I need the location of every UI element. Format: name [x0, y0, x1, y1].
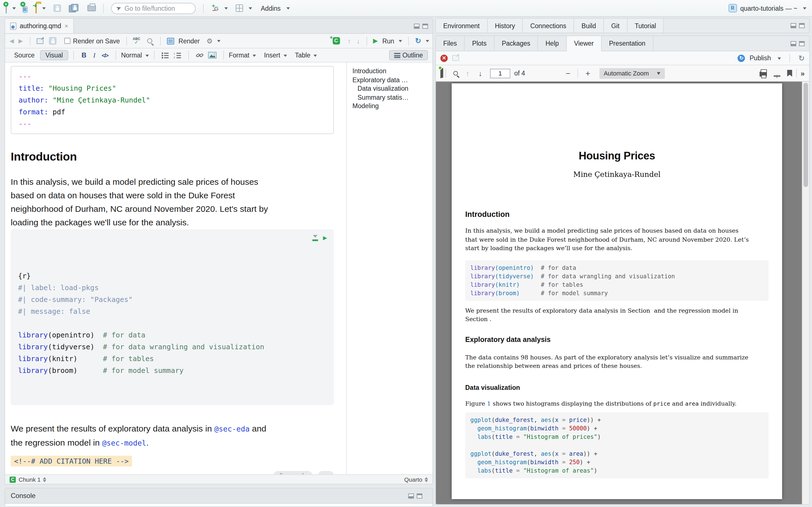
pdf-scrollbar[interactable] [802, 82, 809, 504]
tab-plots[interactable]: Plots [465, 36, 495, 51]
popout-editor-icon[interactable] [37, 38, 44, 44]
open-file-dropdown-caret[interactable] [42, 7, 45, 11]
chunk-position-label[interactable]: Chunk 1 [18, 476, 41, 483]
format-menu-caret[interactable] [253, 54, 256, 58]
stop-icon[interactable]: ✕ [441, 54, 448, 62]
render-icon[interactable] [167, 38, 174, 44]
run-icon[interactable]: ▶ [373, 38, 378, 44]
pdf-scrollbar-thumb[interactable] [804, 83, 808, 187]
outline-item-introduction[interactable]: Introduction [352, 67, 433, 76]
paragraph-style-caret[interactable] [146, 54, 149, 58]
run-all-chunks-above-icon[interactable] [312, 235, 318, 241]
panes-layout-button[interactable] [236, 4, 243, 12]
publish-button[interactable]: Publish [750, 55, 771, 61]
save-document-button[interactable] [49, 37, 57, 45]
insert-menu[interactable]: Insert [264, 52, 280, 59]
tab-viewer[interactable]: Viewer [567, 36, 602, 51]
addins-button[interactable]: Addins [261, 5, 281, 11]
pdf-print-icon[interactable] [760, 71, 767, 76]
r-code-chunk[interactable]: ▶ {r}#| label: load-pkgs#| code-summary:… [11, 229, 334, 405]
tab-authoring-qmd[interactable]: authoring.qmd × [5, 18, 74, 33]
tab-presentation[interactable]: Presentation [602, 36, 653, 51]
source-mode-button[interactable]: Source [10, 51, 39, 60]
tab-environment[interactable]: Environment [436, 18, 488, 33]
pdf-sidebar-toggle[interactable] [441, 68, 442, 78]
tab-build[interactable]: Build [574, 18, 604, 33]
spellcheck-icon[interactable]: ABC✓ [133, 37, 140, 45]
pdf-next-page-icon[interactable]: ↓ [478, 69, 482, 77]
back-icon[interactable]: ◀ [8, 38, 15, 44]
go-to-next-chunk-icon[interactable]: ↓ [357, 38, 360, 44]
zoom-in-icon[interactable]: + [582, 69, 594, 77]
zoom-out-icon[interactable]: − [562, 69, 573, 77]
maximize-pane-icon[interactable] [799, 41, 805, 46]
minimize-pane-icon[interactable] [791, 41, 796, 46]
render-settings-gear-icon[interactable]: ⚙ [207, 38, 213, 44]
chunk-code[interactable]: {r}#| label: load-pkgs#| code-summary: "… [18, 270, 326, 376]
paragraph-style-select[interactable]: Normal [121, 52, 142, 59]
heading-introduction[interactable]: Introduction [11, 150, 343, 163]
outline-item-summary-statistics[interactable]: Summary statis… [352, 93, 433, 102]
outline-item-eda[interactable]: Exploratory data … [352, 76, 433, 84]
tab-tutorial[interactable]: Tutorial [627, 18, 664, 33]
refresh-viewer-icon[interactable]: ↻ [799, 54, 805, 62]
new-file-dropdown-caret[interactable] [12, 7, 16, 11]
rerun-caret[interactable] [426, 40, 429, 44]
save-button[interactable] [53, 4, 61, 12]
rerun-icon[interactable]: ↻ [415, 37, 421, 45]
minimize-pane-icon[interactable] [414, 23, 419, 29]
find-replace-icon[interactable] [147, 38, 152, 43]
render-settings-caret[interactable] [217, 40, 220, 44]
maximize-pane-icon[interactable] [417, 493, 422, 498]
maximize-pane-icon[interactable] [799, 23, 805, 28]
format-menu[interactable]: Format [229, 52, 250, 59]
bullet-list-icon[interactable] [161, 52, 169, 59]
tab-packages[interactable]: Packages [495, 36, 538, 51]
outline-item-modeling[interactable]: Modeling [352, 102, 433, 111]
panes-layout-caret[interactable] [248, 7, 252, 11]
run-caret[interactable] [399, 40, 402, 44]
section-more-button[interactable]: ··· [318, 471, 334, 474]
project-menu[interactable]: R quarto-tutorials — ~ [728, 4, 806, 12]
pdf-viewer-area[interactable]: Housing Prices Mine Çetinkaya-Rundel Int… [436, 82, 809, 504]
print-button[interactable] [87, 5, 96, 11]
open-in-browser-icon[interactable] [452, 55, 459, 61]
addins-caret[interactable] [286, 7, 290, 11]
version-control-caret[interactable] [224, 7, 227, 11]
pdf-bookmark-icon[interactable] [787, 70, 792, 76]
document-type-label[interactable]: Quarto [404, 476, 422, 483]
visual-mode-button[interactable]: Visual [40, 50, 68, 60]
outline-toggle-button[interactable]: Outline [389, 50, 428, 60]
save-all-button[interactable] [68, 4, 78, 12]
pdf-tools-expand-icon[interactable]: » [801, 69, 805, 77]
link-icon[interactable] [196, 52, 204, 59]
section-id-badge[interactable]: #sec-eda [274, 471, 312, 474]
zoom-select[interactable]: Automatic Zoom [599, 68, 665, 78]
minimize-pane-icon[interactable] [408, 493, 414, 498]
code-format-button[interactable]: </> [99, 52, 110, 58]
italic-button[interactable]: I [90, 51, 98, 59]
outline-item-data-visualization[interactable]: Data visualization [352, 84, 433, 93]
render-button[interactable]: Render [179, 38, 200, 44]
pdf-previous-page-icon[interactable]: ↑ [466, 69, 469, 77]
run-button[interactable]: Run [382, 38, 394, 44]
yaml-front-matter[interactable]: ---title: "Housing Prices"author: "Mine … [11, 66, 334, 134]
bold-button[interactable]: B [79, 51, 89, 59]
table-menu[interactable]: Table [295, 52, 310, 59]
open-file-button[interactable] [35, 3, 36, 13]
goto-file-function-box[interactable]: ➤ Go to file/function [111, 3, 195, 14]
pdf-search-icon[interactable] [453, 71, 458, 75]
forward-icon[interactable]: ▶ [17, 38, 24, 44]
chunk-nav-icon[interactable] [43, 475, 46, 484]
run-chunk-icon[interactable]: ▶ [323, 234, 327, 241]
tab-help[interactable]: Help [538, 36, 567, 51]
citation-comment[interactable]: <!--# ADD CITATION HERE --> [11, 456, 132, 466]
new-file-button[interactable]: + [6, 3, 7, 13]
image-icon[interactable] [208, 52, 216, 59]
insert-menu-caret[interactable] [284, 54, 287, 58]
tab-connections[interactable]: Connections [523, 18, 574, 33]
tab-files[interactable]: Files [436, 36, 465, 51]
document-type-caret[interactable] [424, 475, 428, 484]
version-control-button[interactable]: +−G [211, 4, 218, 12]
pdf-download-icon[interactable] [774, 70, 780, 76]
